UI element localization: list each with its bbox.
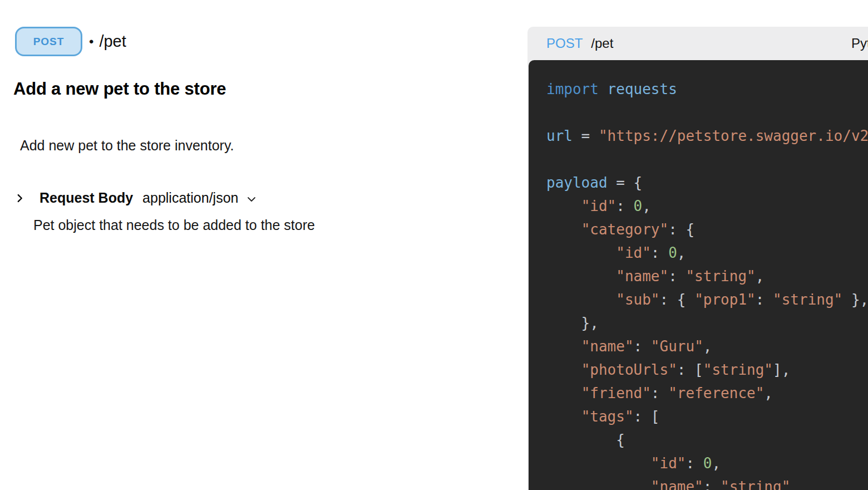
method-badge: POST — [15, 27, 82, 56]
chevron-down-icon — [245, 193, 258, 206]
code-line: "name": "Guru", — [546, 335, 868, 358]
chevron-right-icon — [14, 192, 26, 204]
code-line: "category": { — [546, 218, 868, 241]
code-line — [546, 101, 868, 124]
endpoint-path: /pet — [99, 32, 126, 51]
code-line: "friend": "reference", — [546, 381, 868, 405]
code-line: "id": 0, — [546, 241, 868, 264]
request-body-label: Request Body — [40, 190, 133, 206]
request-body-toggle[interactable]: Request Body — [14, 190, 133, 206]
content-type-select[interactable]: application/json — [142, 190, 258, 206]
code-line: "id": 0, — [546, 452, 868, 475]
endpoint-header: POST • /pet — [15, 27, 126, 56]
code-line: "id": 0, — [546, 194, 868, 218]
page-title: Add a new pet to the store — [13, 79, 226, 99]
code-line: url = "https://petstore.swagger.io/v2/pe… — [546, 124, 868, 148]
language-select[interactable]: Python — [851, 27, 868, 60]
code-line: { — [546, 428, 868, 452]
code-path-label: /pet — [591, 36, 613, 51]
code-line: "photoUrls": ["string"], — [546, 358, 868, 381]
code-line: import requests — [546, 77, 868, 101]
page: POST • /pet Add a new pet to the store A… — [0, 0, 868, 490]
code-line: "sub": { "prop1": "string" }, — [546, 288, 868, 311]
code-line: }, — [546, 311, 868, 335]
code-line: "name": "string" — [546, 475, 868, 490]
request-body-description: Pet object that needs to be added to the… — [33, 217, 315, 233]
code-panel: POST /pet Python import requests url = "… — [527, 27, 868, 490]
endpoint-description: Add new pet to the store inventory. — [20, 138, 234, 154]
code-method-label: POST — [546, 36, 583, 51]
code-panel-header: POST /pet Python — [527, 27, 868, 60]
code-line: "tags": [ — [546, 405, 868, 428]
code-line — [546, 148, 868, 171]
bullet-separator: • — [89, 34, 93, 50]
request-body-section: Request Body application/json — [14, 190, 258, 206]
code-line: payload = { — [546, 171, 868, 194]
code-block: import requests url = "https://petstore.… — [529, 60, 868, 490]
content-type-label: application/json — [142, 190, 238, 206]
code-line: "name": "string", — [546, 264, 868, 288]
